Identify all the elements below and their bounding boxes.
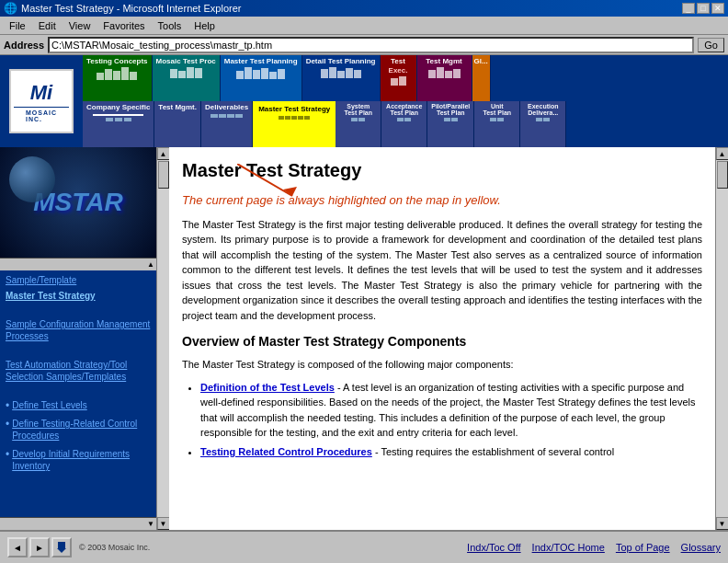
intro-paragraph: The Master Test Strategy is the first ma… bbox=[182, 217, 702, 324]
bottom-nav-buttons: ◄ ► © 2003 Mosaic Inc. bbox=[7, 537, 150, 557]
nav-bottom-row: Company Specific Test Mgmt. Deliverables bbox=[83, 101, 728, 147]
nav-bot-tab-unit[interactable]: Unit Test Plan bbox=[474, 101, 520, 147]
nav-top-row: Testing Concepts Mosaic Test Proc bbox=[83, 55, 728, 101]
svg-marker-3 bbox=[57, 548, 66, 553]
sidebar-scroll-btn-down[interactable]: ▼ bbox=[157, 517, 170, 530]
menu-bar: File Edit View Favorites Tools Help bbox=[0, 17, 728, 35]
nav-bot-tab-pilot[interactable]: Pilot/Parallel Test Plan bbox=[427, 101, 474, 147]
sidebar-bullet-define-test-levels: • Define Test Levels bbox=[6, 399, 151, 415]
menu-view[interactable]: View bbox=[63, 19, 97, 32]
minimize-button[interactable]: _ bbox=[682, 3, 695, 14]
bottom-link-indx-toc-home[interactable]: Indx/TOC Home bbox=[532, 542, 605, 553]
mini-chart-5 bbox=[428, 67, 461, 78]
nav-tab-test-mgmt[interactable]: Test Mgmt bbox=[417, 55, 472, 101]
download-button[interactable] bbox=[51, 537, 72, 557]
sidebar-link-test-automation[interactable]: Test Automation Strategy/Tool Selection … bbox=[6, 359, 151, 383]
sidebar-link-develop-initial[interactable]: Develop Initial Requirements Inventory bbox=[12, 448, 151, 472]
sidebar-scrollbar-track bbox=[157, 160, 170, 517]
nav-tab-testing-concepts[interactable]: Testing Concepts bbox=[83, 55, 153, 101]
content-scroll-btn-up[interactable]: ▲ bbox=[716, 147, 729, 160]
bottom-links: Indx/Toc Off Indx/TOC Home Top of Page G… bbox=[467, 542, 721, 553]
close-button[interactable]: ✕ bbox=[711, 3, 724, 14]
arrow-decoration bbox=[237, 164, 311, 201]
sidebar-nav: Sample/Template Master Test Strategy Sam… bbox=[0, 270, 156, 517]
go-button[interactable]: Go bbox=[698, 38, 724, 52]
logo-mosaic: MOSAICINC. bbox=[26, 109, 57, 122]
sidebar-link-config-mgmt[interactable]: Sample Configuration Management Processe… bbox=[6, 318, 151, 342]
content-scrollbar-thumb[interactable] bbox=[717, 161, 728, 189]
address-bar: Address Go bbox=[0, 35, 728, 55]
nav-tab-master-test-planning[interactable]: Master Test Planning bbox=[221, 55, 302, 101]
prev-button[interactable]: ◄ bbox=[7, 537, 28, 557]
nav-bot-tab-company[interactable]: Company Specific bbox=[83, 101, 154, 147]
browser-icon: 🌐 bbox=[4, 2, 17, 15]
globe-graphic bbox=[9, 156, 55, 202]
window-title: Master Test Strategy - Microsoft Interne… bbox=[21, 3, 241, 14]
mini-chart-4 bbox=[391, 76, 406, 86]
nav-bot-tab-master-test-strategy[interactable]: Master Test Strategy bbox=[253, 101, 336, 147]
menu-file[interactable]: File bbox=[4, 19, 31, 32]
nav-tab-test[interactable]: Test Exec. bbox=[381, 55, 417, 101]
nav-bot-tab-deliverables[interactable]: Deliverables bbox=[201, 101, 253, 147]
content-scroll-btn-down[interactable]: ▼ bbox=[716, 517, 729, 530]
mini-chart-0 bbox=[97, 67, 137, 80]
next-button[interactable]: ► bbox=[29, 537, 50, 557]
nav-tab-mosaic-test-proc[interactable]: Mosaic Test Proc bbox=[153, 55, 221, 101]
bottom-toolbar: ◄ ► © 2003 Mosaic Inc. Indx/Toc Off Indx… bbox=[0, 530, 728, 563]
menu-favorites[interactable]: Favorites bbox=[97, 19, 150, 32]
menu-edit[interactable]: Edit bbox=[33, 19, 62, 32]
nav-tab-detail-test-planning[interactable]: Detail Test Planning bbox=[302, 55, 381, 101]
sidebar-image: MSTAR bbox=[0, 147, 156, 258]
mini-chart-2 bbox=[236, 67, 285, 79]
sidebar-link-master-test-strategy[interactable]: Master Test Strategy bbox=[6, 290, 151, 302]
components-list: Definition of the Test Levels - A test l… bbox=[200, 380, 702, 460]
svg-rect-2 bbox=[58, 542, 65, 548]
content-right-scrollbar[interactable]: ▲ ▼ bbox=[715, 147, 728, 530]
sidebar: MSTAR ▲ Sample/Template Master Test Stra… bbox=[0, 147, 156, 530]
nav-tabs-area: Testing Concepts Mosaic Test Proc bbox=[83, 55, 728, 147]
copyright: © 2003 Mosaic Inc. bbox=[79, 543, 150, 552]
logo-box: Mi MOSAICINC. bbox=[9, 69, 74, 133]
main-area: MSTAR ▲ Sample/Template Master Test Stra… bbox=[0, 147, 728, 530]
bullet1-link[interactable]: Definition of the Test Levels bbox=[200, 382, 335, 393]
logo-area: Mi MOSAICINC. bbox=[0, 55, 83, 147]
sidebar-right-scrollbar[interactable]: ▲ ▼ bbox=[156, 147, 169, 530]
address-label: Address bbox=[4, 40, 44, 51]
content-scrollbar-track bbox=[716, 160, 729, 517]
bullet2-text: - Testing requires the establishment of … bbox=[372, 446, 614, 457]
sidebar-bullet-develop-initial: • Develop Initial Requirements Inventory bbox=[6, 448, 151, 476]
nav-bot-tab-system[interactable]: System Test Plan bbox=[336, 101, 381, 147]
sidebar-scroll-down[interactable]: ▼ bbox=[0, 517, 156, 530]
title-bar: 🌐 Master Test Strategy - Microsoft Inter… bbox=[0, 0, 728, 17]
mini-chart-1 bbox=[170, 67, 202, 78]
menu-tools[interactable]: Tools bbox=[153, 19, 188, 32]
nav-tab-gl[interactable]: Gl... bbox=[472, 55, 491, 101]
bullet2-link[interactable]: Testing Related Control Procedures bbox=[200, 446, 372, 457]
bottom-link-indx-toc-off[interactable]: Indx/Toc Off bbox=[467, 542, 521, 553]
mini-chart-3 bbox=[321, 67, 361, 78]
nav-bot-tab-test-mgmt[interactable]: Test Mgmt. bbox=[154, 101, 201, 147]
bullet-item-1: Definition of the Test Levels - A test l… bbox=[200, 380, 702, 441]
address-input[interactable] bbox=[48, 37, 694, 53]
bottom-link-glossary[interactable]: Glossary bbox=[681, 542, 721, 553]
bottom-link-top-of-page[interactable]: Top of Page bbox=[616, 542, 670, 553]
sidebar-link-define-testing[interactable]: Define Testing-Related Control Procedure… bbox=[12, 418, 151, 442]
menu-help[interactable]: Help bbox=[188, 19, 221, 32]
download-icon bbox=[56, 541, 67, 554]
sidebar-link-sample-template[interactable]: Sample/Template bbox=[6, 274, 151, 286]
nav-bot-tab-execution[interactable]: Execution Delivera... bbox=[520, 101, 566, 147]
overview-heading: Overview of Master Test Strategy Compone… bbox=[182, 332, 702, 351]
bullet-item-2: Testing Related Control Procedures - Tes… bbox=[200, 444, 702, 460]
sidebar-scrollbar-thumb[interactable] bbox=[158, 161, 169, 189]
nav-map: Mi MOSAICINC. Testing Concepts Mosaic Te… bbox=[0, 55, 728, 147]
svg-line-0 bbox=[237, 164, 292, 196]
sidebar-bullet-define-testing: • Define Testing-Related Control Procedu… bbox=[6, 418, 151, 445]
nav-bot-tab-acceptance[interactable]: Acceptance Test Plan bbox=[381, 101, 427, 147]
sidebar-link-define-test-levels[interactable]: Define Test Levels bbox=[12, 399, 87, 411]
logo-mi: Mi bbox=[30, 81, 52, 105]
sidebar-scroll-up[interactable]: ▲ bbox=[0, 258, 156, 270]
maximize-button[interactable]: □ bbox=[697, 3, 710, 14]
content-area[interactable]: Master Test Strategy The current page is… bbox=[169, 147, 715, 530]
exec-label: Exec. bbox=[389, 66, 408, 75]
sidebar-scroll-btn-up[interactable]: ▲ bbox=[157, 147, 170, 160]
